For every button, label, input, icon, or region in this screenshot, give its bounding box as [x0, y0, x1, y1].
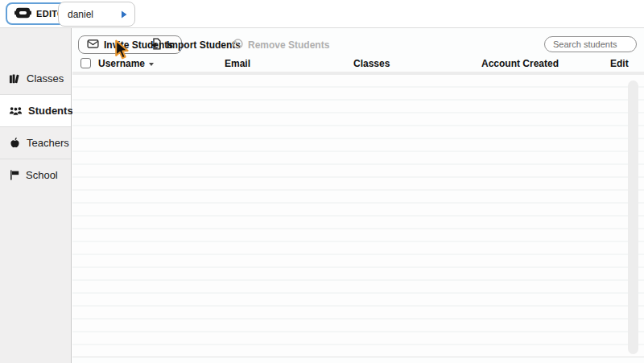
remove-students-label: Remove Students — [248, 39, 329, 51]
sort-caret-icon — [149, 63, 154, 66]
sidebar-item-teachers[interactable]: Teachers — [0, 127, 71, 159]
play-icon[interactable] — [121, 7, 127, 22]
column-header-account-created: Account Created — [481, 58, 559, 69]
sidebar-item-label: Classes — [27, 72, 64, 85]
sidebar-item-label: School — [26, 169, 58, 181]
students-table-header: Username Email Classes Account Created E… — [72, 56, 644, 72]
project-tab-label: daniel — [68, 9, 93, 20]
column-header-classes: Classes — [353, 58, 390, 69]
sidebar-item-classes[interactable]: Classes — [0, 63, 71, 94]
column-header-username[interactable]: Username — [98, 58, 154, 69]
file-import-icon — [151, 38, 162, 52]
sidebar-item-school[interactable]: School — [0, 159, 71, 191]
sidebar-item-label: Students — [28, 105, 73, 117]
remove-students-button: Remove Students — [233, 38, 329, 52]
sidebar-item-label: Teachers — [27, 137, 69, 149]
select-all-checkbox[interactable] — [80, 58, 91, 68]
search-input[interactable] — [544, 36, 637, 52]
students-icon — [9, 105, 23, 116]
ban-icon — [233, 39, 243, 52]
app-window: EDITOR daniel Classes — [0, 0, 644, 363]
students-panel: Invite Students Import Students Remove S… — [72, 28, 644, 363]
project-tab[interactable]: daniel — [58, 2, 135, 27]
screen-editor-icon — [14, 7, 31, 21]
import-students-label: Import Students — [167, 39, 241, 51]
apple-icon — [9, 137, 21, 149]
envelope-icon — [87, 39, 99, 51]
import-students-button[interactable]: Import Students — [151, 38, 241, 52]
flag-icon — [9, 169, 20, 181]
sidebar-item-students[interactable]: Students — [0, 95, 71, 126]
books-icon — [9, 72, 21, 85]
topbar: EDITOR daniel — [0, 0, 644, 28]
students-table-body — [72, 75, 644, 357]
column-header-edit: Edit — [610, 58, 629, 69]
column-header-email: Email — [225, 58, 250, 69]
sidebar: Classes Students — [0, 28, 72, 363]
vertical-scrollbar[interactable] — [628, 80, 638, 354]
